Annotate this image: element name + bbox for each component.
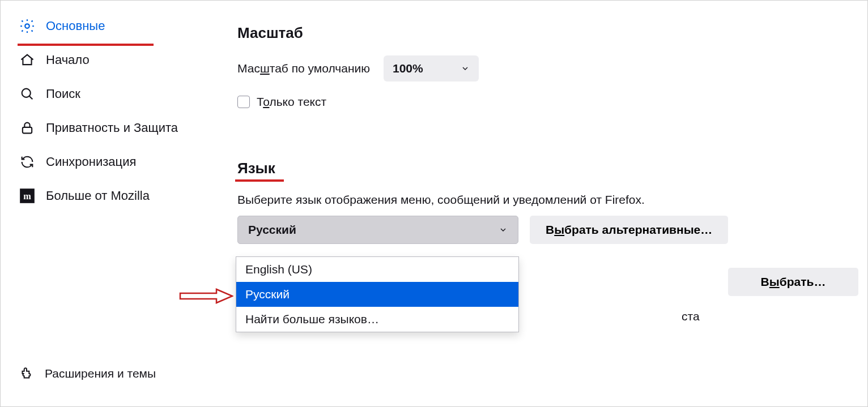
sidebar-item-home[interactable]: Начало — [19, 52, 205, 68]
zoom-heading: Масштаб — [237, 24, 856, 42]
choose-button[interactable]: Выбрать… — [728, 268, 858, 296]
lock-icon — [19, 119, 36, 136]
language-heading: Язык — [237, 160, 275, 177]
zoom-default-label: Масштаб по умолчанию — [237, 62, 370, 75]
annotation-underline — [18, 44, 154, 46]
svg-rect-2 — [23, 127, 32, 134]
sidebar-item-label: Начало — [46, 53, 90, 67]
language-option-english[interactable]: English (US) — [236, 257, 518, 282]
svg-point-1 — [22, 89, 31, 97]
sidebar-item-privacy[interactable]: Приватность и Защита — [19, 119, 205, 136]
zoom-section: Масштаб Масштаб по умолчанию 100% Только… — [237, 24, 856, 109]
language-section: Язык Выберите язык отображения меню, соо… — [237, 160, 856, 244]
zoom-select-value: 100% — [393, 62, 423, 75]
sidebar-item-label: Приватность и Защита — [46, 120, 178, 136]
sidebar-item-label: Основные — [46, 19, 105, 33]
language-description: Выберите язык отображения меню, сообщени… — [237, 193, 856, 207]
text-only-label: Только текст — [257, 95, 326, 109]
settings-nav: Основные Начало Поиск — [19, 18, 205, 204]
svg-point-0 — [25, 24, 29, 28]
language-dropdown: English (US) Русский Найти больше языков… — [236, 256, 519, 332]
sidebar-footer: Расширения и темы — [19, 366, 205, 401]
language-option-more[interactable]: Найти больше языков… — [236, 307, 518, 332]
annotation-underline — [235, 179, 284, 182]
chevron-down-icon — [499, 225, 508, 234]
language-select-value: Русский — [248, 223, 296, 237]
sidebar: Основные Начало Поиск — [1, 1, 216, 406]
language-option-russian[interactable]: Русский — [236, 282, 518, 307]
zoom-select[interactable]: 100% — [384, 55, 479, 82]
sidebar-item-general[interactable]: Основные — [19, 18, 205, 35]
partial-text: ста — [682, 310, 700, 323]
sidebar-footer-label: Расширения и темы — [45, 367, 156, 380]
gear-icon — [19, 18, 36, 35]
main-panel: Масштаб Масштаб по умолчанию 100% Только… — [216, 1, 867, 406]
home-icon — [19, 52, 36, 68]
annotation-arrow-icon — [179, 288, 233, 305]
chevron-down-icon — [461, 64, 470, 73]
language-select[interactable]: Русский — [237, 216, 518, 244]
mozilla-icon: m — [19, 187, 36, 204]
sync-icon — [19, 153, 36, 170]
text-only-checkbox[interactable] — [237, 96, 250, 108]
sidebar-item-search[interactable]: Поиск — [19, 85, 205, 102]
search-icon — [19, 85, 36, 102]
sidebar-item-label: Больше от Mozilla — [46, 188, 150, 203]
sidebar-item-sync[interactable]: Синхронизация — [19, 153, 205, 170]
choose-alternatives-button[interactable]: Выбрать альтернативные… — [530, 216, 728, 244]
puzzle-icon — [19, 366, 35, 382]
svg-text:m: m — [23, 191, 31, 202]
sidebar-item-mozilla[interactable]: m Больше от Mozilla — [19, 187, 205, 204]
sidebar-item-extensions[interactable]: Расширения и темы — [19, 366, 205, 382]
sidebar-item-label: Поиск — [46, 87, 80, 101]
sidebar-item-label: Синхронизация — [46, 155, 136, 169]
